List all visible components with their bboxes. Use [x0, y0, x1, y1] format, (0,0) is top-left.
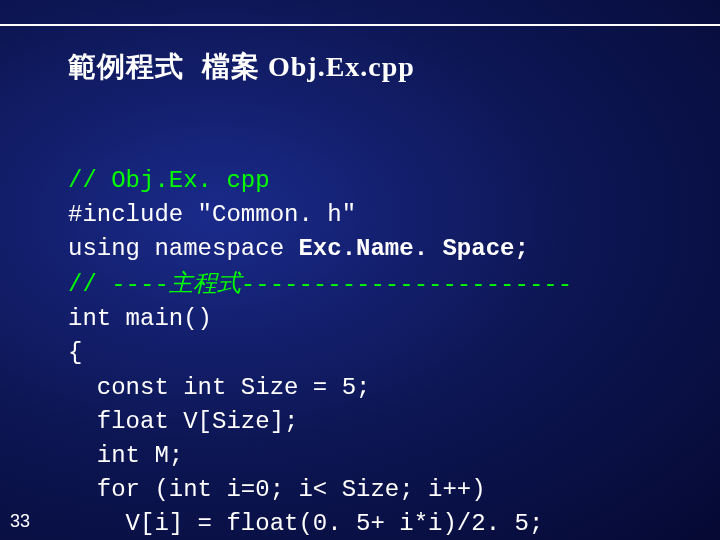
code-line-8: float V[Size];: [97, 408, 299, 435]
code-line-7: const int Size = 5;: [97, 374, 371, 401]
code-line-4b: 主程式: [169, 270, 241, 296]
code-line-10: for (int i=0; i< Size; i++): [97, 476, 486, 503]
code-line-5: int main(): [68, 305, 212, 332]
code-line-2: #include "Common. h": [68, 201, 356, 228]
code-line-4a: // ----: [68, 271, 169, 298]
code-line-3b: Exc.Name. Space;: [298, 235, 528, 262]
code-line-1: // Obj.Ex. cpp: [68, 167, 270, 194]
title-part3: Obj.Ex.cpp: [260, 51, 415, 82]
title-part2: 檔案: [202, 51, 260, 82]
code-line-4c: -----------------------: [241, 271, 572, 298]
title-part1: 範例程式: [68, 51, 184, 82]
code-line-11: V[i] = float(0. 5+ i*i)/2. 5;: [126, 510, 544, 537]
code-line-3a: using namespace: [68, 235, 298, 262]
slide-title: 範例程式檔案 Obj.Ex.cpp: [68, 48, 415, 86]
slide-number: 33: [10, 511, 30, 532]
code-block: // Obj.Ex. cpp #include "Common. h" usin…: [68, 130, 572, 540]
code-line-9: int M;: [97, 442, 183, 469]
code-line-6: {: [68, 339, 82, 366]
horizontal-divider: [0, 24, 720, 26]
